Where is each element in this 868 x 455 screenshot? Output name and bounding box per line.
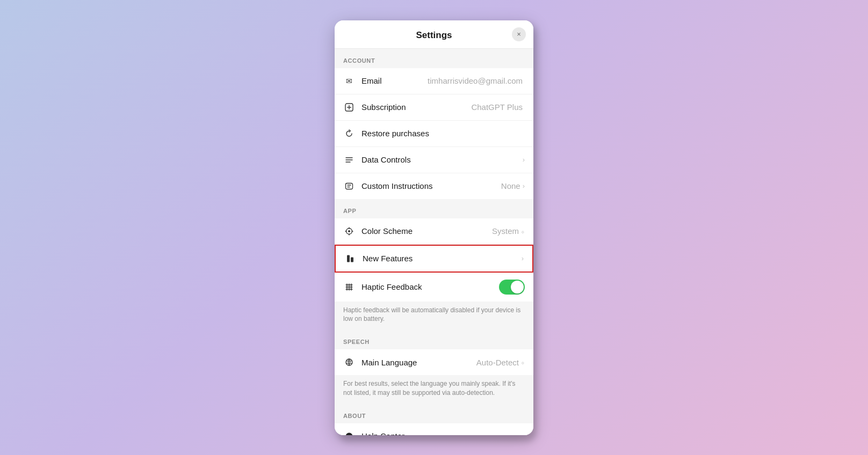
- main-language-value: Auto-Detect: [476, 358, 519, 367]
- new-features-chevron: ›: [522, 254, 524, 262]
- haptic-feedback-label: Haptic Feedback: [361, 282, 499, 291]
- modal-shadow: Settings × ACCOUNT Email timharrisvideo@…: [335, 20, 533, 435]
- haptic-hint: Haptic feedback will be automatically di…: [335, 302, 533, 331]
- data-controls-chevron: ›: [523, 156, 525, 164]
- email-label: Email: [361, 76, 428, 85]
- help-center-item[interactable]: ? Help Center: [335, 423, 533, 435]
- svg-point-21: [346, 359, 352, 365]
- about-settings-group: ? Help Center: [335, 423, 533, 435]
- color-scheme-label: Color Scheme: [361, 226, 492, 236]
- main-language-icon: [343, 356, 355, 368]
- help-center-icon: ?: [343, 430, 355, 435]
- subscription-item[interactable]: Subscription ChatGPT Plus: [335, 94, 533, 121]
- color-scheme-item[interactable]: Color Scheme System ⬦: [335, 218, 533, 245]
- color-scheme-chevron: ⬦: [521, 228, 525, 234]
- main-language-item[interactable]: Main Language Auto-Detect ⬦: [335, 349, 533, 375]
- close-icon: ×: [517, 30, 521, 38]
- about-section: ABOUT ? Help Center: [335, 404, 533, 435]
- custom-instructions-label: Custom Instructions: [361, 181, 501, 190]
- restore-purchases-item[interactable]: Restore purchases: [335, 121, 533, 147]
- modal-body: ACCOUNT Email timharrisvideo@gmail.com: [335, 49, 533, 435]
- haptic-feedback-toggle-container: [499, 280, 525, 295]
- email-icon: [343, 75, 355, 87]
- haptic-feedback-item[interactable]: Haptic Feedback: [335, 273, 533, 302]
- main-language-chevron: ⬦: [521, 359, 525, 365]
- app-section-label: APP: [335, 208, 533, 218]
- speech-settings-group: Main Language Auto-Detect ⬦: [335, 349, 533, 375]
- language-hint: For best results, select the language yo…: [335, 375, 533, 404]
- svg-rect-14: [351, 257, 353, 262]
- subscription-label: Subscription: [361, 102, 471, 112]
- settings-modal: Settings × ACCOUNT Email timharrisvideo@…: [335, 20, 533, 435]
- custom-instructions-chevron: ›: [523, 182, 525, 190]
- data-controls-label: Data Controls: [361, 155, 523, 164]
- email-item[interactable]: Email timharrisvideo@gmail.com: [335, 68, 533, 94]
- toggle-knob: [511, 281, 524, 293]
- speech-section: SPEECH Main Language: [335, 330, 533, 404]
- color-scheme-icon: [343, 225, 355, 237]
- account-section-label: ACCOUNT: [335, 57, 533, 68]
- account-settings-group: Email timharrisvideo@gmail.com Subs: [335, 68, 533, 199]
- subscription-value: ChatGPT Plus: [471, 102, 523, 112]
- haptic-feedback-icon: [343, 281, 355, 293]
- modal-title: Settings: [416, 30, 452, 41]
- new-features-icon: [344, 253, 356, 265]
- modal-header: Settings ×: [335, 20, 533, 49]
- color-scheme-value: System: [492, 226, 519, 236]
- custom-instructions-icon: [343, 180, 355, 192]
- close-button[interactable]: ×: [512, 27, 526, 41]
- restore-purchases-icon: [343, 128, 355, 140]
- account-section: ACCOUNT Email timharrisvideo@gmail.com: [335, 49, 533, 199]
- new-features-label: New Features: [363, 254, 522, 263]
- svg-text:?: ?: [348, 434, 351, 435]
- haptic-feedback-toggle[interactable]: [499, 280, 525, 295]
- custom-instructions-value: None: [501, 181, 520, 190]
- restore-purchases-label: Restore purchases: [361, 129, 525, 138]
- new-features-item[interactable]: New Features ›: [335, 245, 533, 273]
- email-value: timharrisvideo@gmail.com: [428, 76, 523, 85]
- app-settings-group: Color Scheme System ⬦ New Features: [335, 218, 533, 302]
- speech-section-label: SPEECH: [335, 339, 533, 349]
- data-controls-icon: [343, 154, 355, 166]
- help-center-label: Help Center: [361, 431, 525, 435]
- data-controls-item[interactable]: Data Controls ›: [335, 147, 533, 173]
- custom-instructions-item[interactable]: Custom Instructions None ›: [335, 173, 533, 199]
- about-section-label: ABOUT: [335, 413, 533, 423]
- svg-rect-6: [346, 183, 353, 189]
- svg-rect-13: [347, 255, 350, 262]
- app-section: APP: [335, 199, 533, 331]
- subscription-icon: [343, 101, 355, 113]
- main-language-label: Main Language: [361, 358, 476, 367]
- svg-point-8: [348, 230, 350, 232]
